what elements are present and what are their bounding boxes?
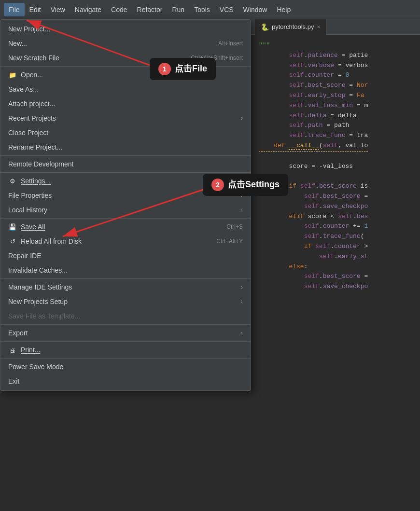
code-line: self.best_score =: [259, 272, 412, 282]
menu-item-manage-ide-settings[interactable]: Manage IDE Settings ›: [0, 280, 251, 294]
menu-item-new-scratch-file[interactable]: New Scratch File Ctrl+Alt+Shift+Insert: [0, 51, 251, 67]
menu-item-new-project[interactable]: New Project...: [0, 22, 251, 36]
menu-item-open[interactable]: 📁 Open...: [0, 68, 251, 82]
menu-item-export[interactable]: Export ›: [0, 326, 251, 342]
save-icon: 💾: [8, 223, 17, 231]
menu-item-reload-all[interactable]: ↺ Reload All from Disk Ctrl+Alt+Y: [0, 234, 251, 249]
menu-item-recent-projects[interactable]: Recent Projects ›: [0, 111, 251, 125]
file-dropdown-menu: New Project... New... Alt+Insert New Scr…: [0, 19, 251, 391]
code-line: else:: [259, 262, 412, 272]
code-line: [259, 152, 412, 162]
code-line: self.early_st: [259, 252, 412, 262]
menu-item-rename-project[interactable]: Rename Project...: [0, 140, 251, 156]
gear-icon: ⚙: [8, 178, 17, 185]
code-line: self.val_loss_min = m: [259, 101, 412, 111]
menu-item-local-history[interactable]: Local History ›: [0, 203, 251, 219]
print-icon: 🖨: [8, 346, 17, 354]
menu-item-invalidate-caches[interactable]: Invalidate Caches...: [0, 263, 251, 279]
menubar-vcs[interactable]: VCS: [215, 3, 238, 16]
menu-item-new-projects-setup[interactable]: New Projects Setup ›: [0, 294, 251, 309]
menubar-tools[interactable]: Tools: [189, 3, 215, 16]
menu-item-new[interactable]: New... Alt+Insert: [0, 36, 251, 51]
code-line: elif score < self.bes: [259, 212, 412, 222]
menubar-refactor[interactable]: Refactor: [132, 3, 168, 16]
code-line: self.early_stop = Fa: [259, 91, 412, 101]
code-line: self.best_score = Nor: [259, 81, 412, 91]
menubar-file[interactable]: File: [4, 3, 25, 16]
code-line: self.save_checkpo: [259, 282, 412, 292]
menu-item-remote-development[interactable]: Remote Development: [0, 157, 251, 173]
code-line: def __call__(self, val_lo: [259, 141, 368, 152]
code-line: if self.counter >: [259, 242, 412, 252]
code-line: score = -val_loss: [259, 162, 412, 172]
code-line: self.save_checkpo: [259, 202, 412, 212]
chevron-right-icon: ›: [241, 298, 243, 305]
menubar: File Edit View Navigate Code Refactor Ru…: [0, 0, 420, 19]
chevron-right-icon: ›: [241, 192, 243, 199]
menu-item-repair-ide[interactable]: Repair IDE: [0, 249, 251, 263]
chevron-right-icon: ›: [241, 284, 243, 290]
code-line: self.trace_func(: [259, 232, 412, 242]
tab-pytorchtools[interactable]: 🐍 pytorchtools.py ×: [255, 19, 326, 35]
reload-icon: ↺: [8, 238, 17, 245]
code-line: """: [259, 41, 412, 51]
menubar-help[interactable]: Help: [272, 3, 295, 16]
code-line: self.patience = patie: [259, 51, 412, 61]
menu-item-close-project[interactable]: Close Project: [0, 125, 251, 140]
code-line: self.trace_func = tra: [259, 131, 412, 141]
menubar-run[interactable]: Run: [167, 3, 189, 16]
menubar-window[interactable]: Window: [238, 3, 272, 16]
code-line: if self.best_score is: [259, 181, 412, 192]
code-line: self.best_score =: [259, 192, 412, 202]
folder-icon: 📁: [8, 71, 17, 79]
code-line: self.path = path: [259, 121, 412, 131]
menu-item-power-save-mode[interactable]: Power Save Mode: [0, 359, 251, 374]
menu-item-save-all[interactable]: 💾 Save All Ctrl+S: [0, 220, 251, 234]
code-line: [259, 171, 412, 181]
menu-item-settings[interactable]: ⚙ Settings... Ctrl+Alt+S: [0, 174, 251, 188]
menu-item-print[interactable]: 🖨 Print...: [0, 343, 251, 359]
menubar-navigate[interactable]: Navigate: [70, 3, 106, 16]
menubar-code[interactable]: Code: [106, 3, 132, 16]
code-line: self.counter = 0: [259, 70, 412, 81]
menu-item-save-file-as-template: Save File as Template...: [0, 309, 251, 325]
tab-filename: pytorchtools.py: [272, 23, 314, 30]
code-line: self.delta = delta: [259, 111, 412, 121]
menubar-view[interactable]: View: [46, 3, 70, 16]
tab-bar: 🐍 pytorchtools.py ×: [251, 19, 420, 35]
python-icon: 🐍: [261, 23, 269, 31]
menubar-edit[interactable]: Edit: [25, 3, 46, 16]
menu-item-exit[interactable]: Exit: [0, 374, 251, 388]
code-line: self.counter += 1: [259, 221, 412, 232]
chevron-right-icon: ›: [241, 115, 243, 122]
menu-item-attach-project[interactable]: Attach project...: [0, 97, 251, 111]
code-line: self.verbose = verbos: [259, 61, 412, 71]
chevron-right-icon: ›: [241, 207, 243, 213]
menu-item-file-properties[interactable]: File Properties ›: [0, 188, 251, 203]
code-editor: 🐍 pytorchtools.py × """ self.patience = …: [251, 19, 420, 511]
close-tab-button[interactable]: ×: [317, 24, 320, 30]
chevron-right-icon: ›: [241, 330, 243, 336]
code-content: """ self.patience = patie self.verbose =…: [251, 35, 420, 298]
menu-item-save-as[interactable]: Save As...: [0, 82, 251, 97]
